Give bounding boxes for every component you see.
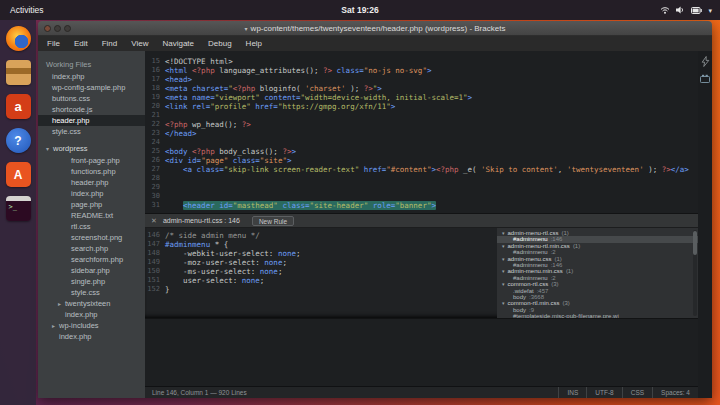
line-number: 151 bbox=[145, 276, 165, 285]
tree-file[interactable]: header.php bbox=[38, 177, 145, 188]
close-icon[interactable] bbox=[151, 217, 157, 225]
line-number: 20 bbox=[145, 102, 165, 111]
code-line: 21 bbox=[145, 111, 698, 120]
tree-file[interactable]: rtl.css bbox=[38, 221, 145, 232]
code-line: 28 bbox=[145, 174, 698, 183]
tree-file[interactable]: page.php bbox=[38, 199, 145, 210]
brackets-window: wp-content/themes/twentyseventeen/header… bbox=[38, 21, 712, 398]
activities-button[interactable]: Activities bbox=[10, 5, 44, 15]
chevron-down-icon bbox=[708, 5, 712, 15]
title-bar[interactable]: wp-content/themes/twentyseventeen/header… bbox=[38, 21, 712, 36]
chevron-right-icon bbox=[58, 299, 65, 309]
tool-strip bbox=[698, 51, 712, 398]
working-file-item[interactable]: style.css bbox=[38, 126, 145, 137]
menu-view[interactable]: View bbox=[124, 36, 155, 51]
tree-file[interactable]: searchform.php bbox=[38, 254, 145, 265]
minimize-window-button[interactable] bbox=[54, 25, 61, 32]
tree-file[interactable]: sidebar.php bbox=[38, 265, 145, 276]
help-dock-icon[interactable]: ? bbox=[6, 128, 31, 153]
status-indent[interactable]: Spaces: 4 bbox=[652, 387, 698, 398]
line-number: 30 bbox=[145, 192, 165, 201]
line-number: 18 bbox=[145, 84, 165, 93]
working-file-item[interactable]: buttons.css bbox=[38, 93, 145, 104]
status-language[interactable]: CSS bbox=[622, 387, 652, 398]
extension-manager-icon[interactable] bbox=[700, 74, 710, 83]
working-file-item[interactable]: header.php bbox=[38, 115, 145, 126]
line-number: 15 bbox=[145, 57, 165, 66]
menu-debug[interactable]: Debug bbox=[201, 36, 239, 51]
working-file-item[interactable]: shortcode.js bbox=[38, 104, 145, 115]
code-line: 26<div id="page" class="site"> bbox=[145, 156, 698, 165]
code-line: 16<html <?php language_attributes(); ?> … bbox=[145, 66, 698, 75]
software-glyph: A bbox=[14, 168, 23, 182]
line-number: 27 bbox=[145, 165, 165, 174]
desktop: Activities Sat 19:26 a?A>_ wp-content/th… bbox=[0, 0, 720, 405]
editor-column: 15<!DOCTYPE html>16<html <?php language_… bbox=[145, 51, 698, 398]
menu-edit[interactable]: Edit bbox=[67, 36, 95, 51]
working-file-item[interactable]: wp-config-sample.php bbox=[38, 82, 145, 93]
tree-file[interactable]: index.php bbox=[38, 188, 145, 199]
project-tree: front-page.phpfunctions.phpheader.phpind… bbox=[38, 155, 145, 342]
tree-file[interactable]: front-page.php bbox=[38, 155, 145, 166]
line-number: 19 bbox=[145, 93, 165, 102]
project-dropdown[interactable]: wordpress bbox=[38, 143, 145, 155]
window-title: wp-content/themes/twentyseventeen/header… bbox=[251, 24, 506, 33]
menu-file[interactable]: File bbox=[40, 36, 67, 51]
working-files-header: Working Files bbox=[38, 59, 145, 71]
new-rule-button[interactable]: New Rule bbox=[252, 216, 294, 226]
line-number: 29 bbox=[145, 183, 165, 192]
software-dock-icon[interactable]: A bbox=[6, 162, 31, 187]
volume-icon bbox=[676, 6, 685, 14]
menu-navigate[interactable]: Navigate bbox=[155, 36, 201, 51]
code-line: 18<meta charset="<?php bloginfo( 'charse… bbox=[145, 84, 698, 93]
code-line: 25<body <?php body_class(); ?>> bbox=[145, 147, 698, 156]
tree-file[interactable]: style.css bbox=[38, 287, 145, 298]
help-glyph: ? bbox=[14, 134, 21, 148]
editor[interactable]: 15<!DOCTYPE html>16<html <?php language_… bbox=[145, 51, 698, 386]
quick-edit-header: admin-menu-rtl.css : 146 New Rule bbox=[145, 214, 698, 228]
tree-file[interactable]: index.php bbox=[38, 309, 145, 320]
menu-find[interactable]: Find bbox=[95, 36, 125, 51]
tree-file[interactable]: screenshot.png bbox=[38, 232, 145, 243]
amazon-dock-icon[interactable]: a bbox=[6, 94, 31, 119]
code-line: 27 <a class="skip-link screen-reader-tex… bbox=[145, 165, 698, 174]
quick-edit-widget: admin-menu-rtl.css : 146 New Rule 146/* … bbox=[145, 213, 698, 319]
files-dock-icon[interactable] bbox=[6, 60, 31, 85]
system-indicators[interactable] bbox=[660, 5, 712, 15]
status-overwrite[interactable]: INS bbox=[558, 387, 586, 398]
code-line: 15<!DOCTYPE html> bbox=[145, 57, 698, 66]
line-number: 150 bbox=[145, 267, 165, 276]
firefox-dock-icon[interactable] bbox=[6, 26, 31, 51]
scrollbar-thumb[interactable] bbox=[693, 231, 697, 255]
rule-row[interactable]: #templateside,misc-pub-filename,pre.wi bbox=[497, 313, 698, 318]
working-file-item[interactable]: index.php bbox=[38, 71, 145, 82]
tree-file[interactable]: index.php bbox=[38, 331, 145, 342]
tree-file[interactable]: README.txt bbox=[38, 210, 145, 221]
status-encoding[interactable]: UTF-8 bbox=[586, 387, 621, 398]
menu-help[interactable]: Help bbox=[239, 36, 269, 51]
code-line: 19<meta name="viewport" content="width=d… bbox=[145, 93, 698, 102]
rule-list-scrollbar[interactable] bbox=[693, 230, 697, 316]
tree-folder[interactable]: wp-includes bbox=[38, 320, 145, 331]
live-preview-icon[interactable] bbox=[701, 56, 710, 67]
line-number: 147 bbox=[145, 240, 165, 249]
line-number: 26 bbox=[145, 156, 165, 165]
tree-file[interactable]: functions.php bbox=[38, 166, 145, 177]
maximize-window-button[interactable] bbox=[64, 25, 71, 32]
clock[interactable]: Sat 19:26 bbox=[341, 5, 378, 15]
code-line: 149 -moz-user-select: none; bbox=[145, 258, 497, 267]
close-window-button[interactable] bbox=[44, 25, 51, 32]
terminal-dock-icon[interactable]: >_ bbox=[6, 196, 31, 221]
network-icon bbox=[660, 6, 670, 14]
tree-file[interactable]: single.php bbox=[38, 276, 145, 287]
working-files-list: index.phpwp-config-sample.phpbuttons.css… bbox=[38, 71, 145, 137]
code-line: 30 bbox=[145, 192, 698, 201]
code-line: 20<link rel="profile" href="https://gmpg… bbox=[145, 102, 698, 111]
line-number: 23 bbox=[145, 129, 165, 138]
line-number: 149 bbox=[145, 258, 165, 267]
tree-folder[interactable]: twentysixteen bbox=[38, 298, 145, 309]
line-number: 22 bbox=[145, 120, 165, 129]
tree-file[interactable]: search.php bbox=[38, 243, 145, 254]
status-bar: Line 146, Column 1 — 920 Lines INSUTF-8C… bbox=[145, 386, 698, 398]
inline-code[interactable]: 146/* side admin menu */147#adminmenu * … bbox=[145, 228, 497, 318]
